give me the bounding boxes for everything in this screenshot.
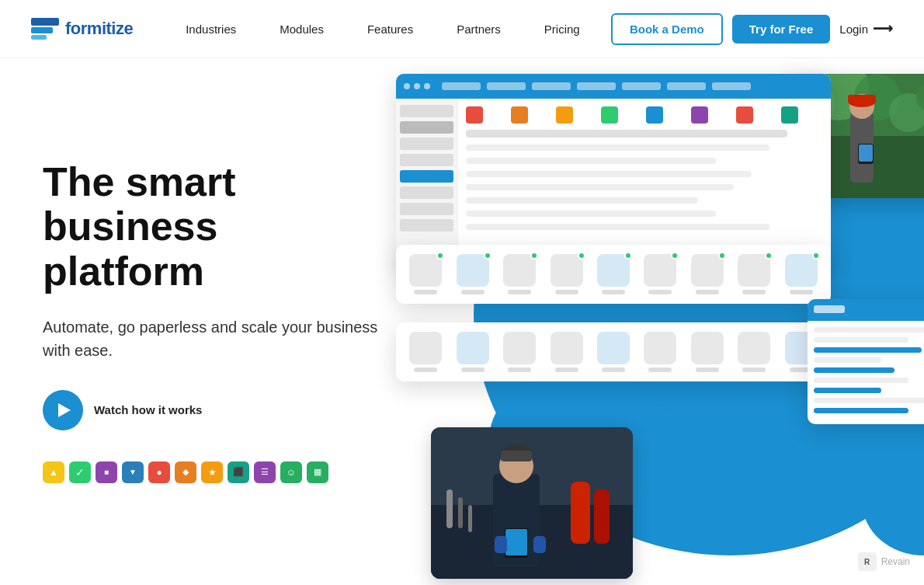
revain-label: Revain	[881, 556, 910, 567]
status-dot	[436, 252, 444, 259]
module-icons-grid-2	[405, 332, 822, 372]
form-field-filled	[814, 367, 894, 373]
module-tile	[499, 254, 540, 294]
module-icon-img	[457, 332, 489, 364]
module-icon-img	[785, 254, 818, 287]
module-label	[461, 290, 485, 294]
integration-icon-7[interactable]: ★	[201, 461, 223, 483]
integration-icon-3[interactable]: ■	[96, 461, 117, 483]
status-dot	[484, 252, 492, 259]
status-dot	[718, 252, 726, 259]
module-label	[461, 367, 485, 372]
form-field-filled	[814, 388, 881, 393]
module-icon-img	[738, 332, 770, 364]
watch-how-button[interactable]: Watch how it works	[43, 390, 388, 430]
svg-rect-16	[848, 95, 876, 103]
grid-icon	[646, 106, 663, 124]
form-field-filled	[814, 408, 908, 413]
svg-rect-2	[31, 35, 47, 40]
svg-rect-30	[533, 536, 546, 553]
module-icon-img	[644, 332, 676, 364]
side-panel-body	[808, 321, 924, 424]
module-label	[508, 367, 531, 372]
nav-features[interactable]: Features	[346, 23, 435, 36]
module-label	[508, 290, 531, 294]
integration-icon-6[interactable]: ◆	[175, 461, 196, 483]
module-label	[555, 290, 578, 294]
dashboard-sidebar	[396, 99, 458, 270]
module-label	[602, 367, 625, 372]
form-field	[814, 378, 908, 383]
nav-industries[interactable]: Industries	[164, 23, 258, 36]
svg-rect-31	[446, 489, 453, 528]
modules-icons-card-1	[396, 245, 831, 304]
login-button[interactable]: Login ⟶	[839, 20, 893, 37]
dashboard-main-area	[458, 99, 831, 270]
play-circle	[43, 390, 83, 430]
dash-line	[466, 211, 716, 217]
grid-icon	[691, 106, 708, 124]
module-icon-img	[691, 254, 724, 287]
module-tile	[781, 254, 822, 294]
module-label	[555, 367, 578, 372]
integration-icon-1[interactable]: ▲	[43, 461, 64, 483]
sidebar-item	[400, 105, 453, 117]
module-label	[742, 290, 766, 294]
dashboard-card	[396, 74, 831, 270]
svg-rect-32	[458, 497, 463, 528]
grid-icon	[601, 106, 618, 124]
integration-icon-10[interactable]: ☺	[280, 461, 302, 483]
nav-partners[interactable]: Partners	[435, 23, 523, 36]
dash-line	[466, 171, 752, 177]
integration-icon-9[interactable]: ☰	[254, 461, 276, 483]
module-label	[602, 290, 625, 294]
nav-modules[interactable]: Modules	[258, 23, 346, 36]
module-icon-img	[644, 254, 676, 287]
module-icon-img	[409, 332, 442, 364]
nav-links: Industries Modules Features Partners Pri…	[164, 23, 611, 36]
dashboard-body	[396, 99, 831, 270]
watch-label: Watch how it works	[94, 403, 202, 416]
sidebar-item	[400, 170, 453, 183]
play-icon	[58, 403, 71, 417]
integration-icon-5[interactable]: ●	[148, 461, 170, 483]
module-label	[742, 367, 766, 372]
hero-left: The smart business platform Automate, go…	[0, 160, 388, 483]
app-icon-grid	[466, 106, 823, 124]
try-free-button[interactable]: Try for Free	[732, 15, 831, 44]
nav-actions: Book a Demo Try for Free Login ⟶	[611, 13, 893, 45]
logo[interactable]: formitize	[31, 18, 133, 40]
module-label	[414, 367, 437, 372]
integration-icon-4[interactable]: ▼	[122, 461, 144, 483]
modules-icons-card-2	[396, 322, 831, 381]
module-tile	[546, 254, 586, 294]
module-tile	[499, 332, 540, 372]
svg-rect-26	[501, 451, 532, 461]
revain-icon: R	[858, 552, 877, 571]
navbar: formitize Industries Modules Features Pa…	[0, 0, 924, 58]
dot-1	[404, 83, 410, 89]
module-tile	[687, 332, 728, 372]
integration-icon-11[interactable]: ▦	[307, 461, 328, 483]
integration-icon-2[interactable]: ✓	[69, 461, 91, 483]
status-dot	[624, 252, 632, 259]
status-dot	[578, 252, 585, 259]
integration-icon-8[interactable]: ⬛	[228, 461, 249, 483]
sidebar-item	[400, 121, 453, 134]
grid-icon	[781, 106, 798, 124]
dot-3	[424, 83, 430, 89]
module-tile	[687, 254, 728, 294]
module-icon-img	[457, 254, 489, 287]
module-label	[648, 367, 672, 372]
hero-right-visual	[365, 58, 924, 585]
mechanic-photo-card	[431, 427, 633, 579]
revain-badge: R Revain	[858, 552, 910, 571]
svg-rect-21	[571, 482, 590, 544]
module-icon-img	[691, 332, 724, 364]
book-demo-button[interactable]: Book a Demo	[611, 13, 723, 45]
module-icon-img	[597, 332, 630, 364]
dash-line	[466, 224, 769, 230]
svg-rect-22	[594, 489, 610, 544]
svg-rect-1	[31, 27, 53, 33]
nav-pricing[interactable]: Pricing	[523, 23, 602, 36]
